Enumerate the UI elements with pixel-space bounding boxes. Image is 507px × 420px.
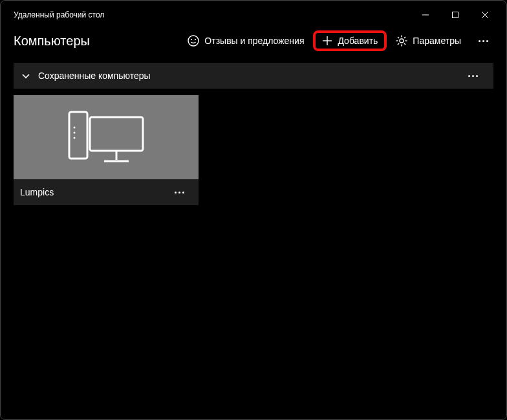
- page-title: Компьютеры: [14, 34, 178, 49]
- toolbar: Компьютеры Отзывы и предложения Добавить: [5, 25, 502, 56]
- maximize-button[interactable]: [440, 5, 470, 25]
- window-controls: [411, 5, 500, 25]
- svg-line-14: [398, 37, 399, 38]
- section-more-button[interactable]: [460, 75, 486, 77]
- svg-point-4: [188, 36, 199, 46]
- settings-button[interactable]: Параметры: [389, 31, 468, 50]
- settings-label: Параметры: [413, 36, 461, 46]
- tile-more-button[interactable]: [166, 192, 192, 193]
- svg-point-9: [400, 39, 404, 43]
- svg-point-5: [191, 39, 192, 40]
- svg-line-17: [398, 43, 399, 45]
- toolbar-more-button[interactable]: [470, 36, 496, 46]
- svg-line-15: [404, 43, 405, 45]
- tile-preview: [14, 95, 199, 179]
- svg-rect-18: [69, 112, 87, 159]
- minimize-icon: [422, 12, 429, 18]
- svg-rect-22: [90, 117, 143, 151]
- maximize-icon: [452, 12, 458, 18]
- svg-line-16: [404, 37, 405, 38]
- add-label: Добавить: [338, 36, 378, 46]
- gear-icon: [396, 35, 407, 47]
- desktop-icon: [64, 108, 148, 166]
- more-icon: [479, 40, 488, 42]
- feedback-label: Отзывы и предложения: [204, 36, 304, 46]
- close-button[interactable]: [470, 5, 500, 25]
- svg-point-19: [74, 127, 76, 129]
- app-window: Удаленный рабочий стол Компьютеры Отзывы…: [0, 0, 507, 420]
- content-area: Сохраненные компьютеры Lumpics: [5, 56, 502, 415]
- svg-rect-1: [453, 12, 458, 18]
- more-icon: [175, 192, 184, 193]
- feedback-button[interactable]: Отзывы и предложения: [181, 31, 310, 50]
- tile-footer: Lumpics: [14, 179, 199, 205]
- section-title: Сохраненные компьютеры: [38, 71, 452, 81]
- svg-point-21: [74, 137, 76, 139]
- tile-name: Lumpics: [20, 187, 54, 197]
- section-header[interactable]: Сохраненные компьютеры: [14, 63, 493, 89]
- minimize-button[interactable]: [411, 5, 440, 25]
- smile-icon: [188, 35, 199, 47]
- add-button[interactable]: Добавить: [313, 30, 387, 51]
- titlebar: Удаленный рабочий стол: [5, 5, 502, 25]
- svg-point-20: [74, 132, 76, 134]
- more-icon: [468, 75, 478, 77]
- window-title: Удаленный рабочий стол: [14, 10, 104, 19]
- svg-point-6: [195, 39, 196, 40]
- computer-tile[interactable]: Lumpics: [14, 95, 199, 205]
- chevron-down-icon: [21, 71, 30, 80]
- close-icon: [482, 12, 488, 18]
- plus-icon: [322, 36, 332, 46]
